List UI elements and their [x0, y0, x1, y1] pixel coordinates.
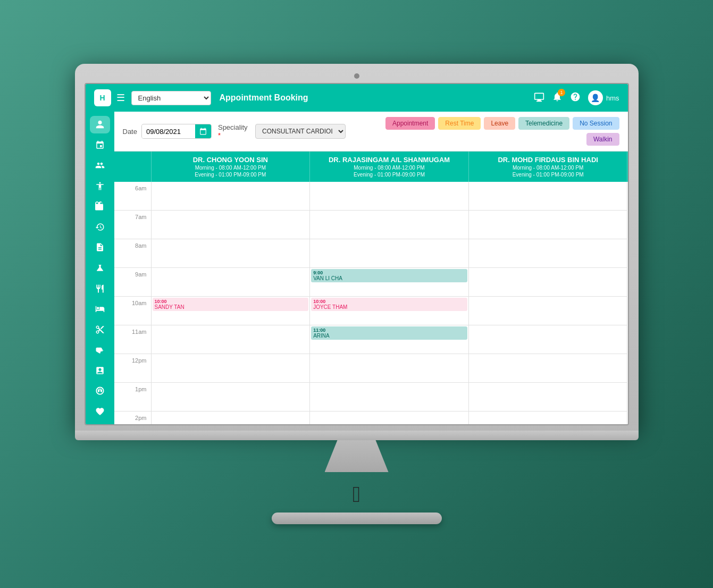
toolbar: Date Speciality * [114, 112, 628, 152]
hamburger-menu[interactable]: ☰ [116, 92, 125, 104]
time-label-7am: 7am [114, 211, 152, 239]
time-cell-2-0[interactable] [152, 239, 311, 268]
legend-walkin: Walkin [586, 133, 619, 146]
notification-icon[interactable]: 1 [552, 91, 563, 105]
speciality-select[interactable]: CONSULTANT CARDIOLOG GENERAL SURGERY ORT… [255, 124, 346, 139]
page-title: Appointment Booking [220, 93, 534, 103]
time-grid: 6am7am8am9am9:00VAN LI CHA10am10:00SANDY… [114, 182, 628, 424]
sidebar-item-surgery[interactable] [90, 321, 110, 338]
time-cell-1-1[interactable] [310, 211, 469, 239]
monitor-neck [325, 440, 389, 472]
time-cell-7-2[interactable] [469, 383, 628, 411]
time-cell-6-1[interactable] [310, 354, 469, 383]
time-cell-3-2[interactable] [469, 268, 628, 297]
time-cell-1-0[interactable] [152, 211, 311, 239]
avatar: 👤 [588, 90, 603, 105]
date-input[interactable] [142, 125, 195, 138]
time-cell-5-1[interactable]: 11:00ARINA [310, 325, 469, 354]
username: hms [606, 94, 619, 102]
calendar-button[interactable] [195, 124, 211, 138]
sidebar-item-accessibility[interactable] [90, 178, 110, 195]
time-cell-5-0[interactable] [152, 325, 311, 354]
sidebar-item-profile[interactable] [90, 116, 110, 133]
time-cell-3-0[interactable] [152, 268, 311, 297]
sidebar-item-tests[interactable] [90, 362, 110, 379]
appointment-block[interactable]: 9:00VAN LI CHA [311, 269, 467, 282]
user-menu[interactable]: 👤 hms [588, 90, 619, 105]
time-cell-7-1[interactable] [310, 383, 469, 411]
main-content: Date Speciality * [114, 112, 628, 424]
appointment-block[interactable]: 11:00ARINA [311, 326, 467, 340]
time-cell-6-0[interactable] [152, 354, 311, 383]
doctors-header: DR. CHONG YOON SIN Morning - 08:00 AM-12… [114, 152, 628, 182]
help-icon[interactable] [570, 91, 581, 105]
monitor-screen: H ☰ English Appointment Booking 1 [85, 83, 629, 425]
legend: Appointment Rest Time Leave Telemedicine… [352, 117, 619, 146]
time-cell-0-0[interactable] [152, 182, 311, 211]
time-label-12pm: 12pm [114, 354, 152, 383]
time-cell-8-0[interactable] [152, 411, 311, 424]
time-cell-8-2[interactable] [469, 411, 628, 424]
sidebar-item-food[interactable] [90, 280, 110, 297]
sidebar-item-emergency[interactable] [90, 341, 110, 359]
sidebar-item-staff[interactable] [90, 157, 110, 174]
header-icons: 1 👤 hms [534, 90, 619, 105]
speciality-group: Speciality * CONSULTANT CARDIOLOG GENERA… [218, 123, 346, 139]
time-label-9am: 9am [114, 268, 152, 297]
doctor-header-1: DR. RAJASINGAM A/L SHANMUGAM Morning - 0… [310, 152, 469, 182]
time-label-1pm: 1pm [114, 383, 152, 411]
time-cell-4-1[interactable]: 10:00JOYCE THAM [310, 297, 469, 325]
legend-nosession: No Session [573, 117, 619, 130]
time-cell-4-2[interactable] [469, 297, 628, 325]
time-cell-7-0[interactable] [152, 383, 311, 411]
sidebar-item-lab[interactable] [90, 259, 110, 277]
date-group: Date [123, 124, 212, 139]
time-cell-0-1[interactable] [310, 182, 469, 211]
appointment-block[interactable]: 10:00JOYCE THAM [311, 298, 467, 311]
time-label-8am: 8am [114, 239, 152, 268]
language-select[interactable]: English [131, 91, 211, 105]
time-cell-4-0[interactable]: 10:00SANDY TAN [152, 297, 311, 325]
time-label-10am: 10am [114, 297, 152, 325]
sidebar-item-cardiology[interactable] [90, 402, 110, 420]
notification-badge: 1 [558, 89, 565, 96]
apple-logo:  [353, 482, 360, 507]
time-label-6am: 6am [114, 182, 152, 211]
calendar: DR. CHONG YOON SIN Morning - 08:00 AM-12… [114, 152, 628, 424]
date-label: Date [123, 128, 137, 136]
date-input-wrap [141, 124, 212, 139]
appointment-block[interactable]: 10:00SANDY TAN [153, 298, 309, 311]
body-layout: Date Speciality * [86, 112, 628, 424]
sidebar-item-history[interactable] [90, 219, 110, 236]
header: H ☰ English Appointment Booking 1 [86, 84, 628, 112]
app: H ☰ English Appointment Booking 1 [86, 84, 628, 424]
monitor-chin [75, 431, 639, 440]
monitor-icon[interactable] [534, 91, 544, 105]
monitor-camera [354, 73, 359, 79]
time-cell-2-1[interactable] [310, 239, 469, 268]
sidebar-item-beds[interactable] [90, 300, 110, 318]
time-cell-3-1[interactable]: 9:00VAN LI CHA [310, 268, 469, 297]
legend-appointment: Appointment [385, 117, 435, 130]
time-cell-5-2[interactable] [469, 325, 628, 354]
time-cell-2-2[interactable] [469, 239, 628, 268]
time-cell-0-2[interactable] [469, 182, 628, 211]
time-header-cell [114, 152, 152, 182]
sidebar-item-reports[interactable] [90, 239, 110, 256]
legend-rest: Rest Time [438, 117, 481, 130]
doctor-header-2: DR. MOHD FIRDAUS BIN HADI Morning - 08:0… [469, 152, 628, 182]
time-cell-1-2[interactable] [469, 211, 628, 239]
monitor-base [272, 513, 442, 524]
speciality-label: Speciality * [218, 123, 251, 139]
sidebar-item-pharmacy[interactable] [90, 198, 110, 215]
sidebar [86, 112, 114, 424]
legend-telemedicine: Telemedicine [518, 117, 569, 130]
sidebar-item-chemistry[interactable] [90, 382, 110, 400]
time-cell-6-2[interactable] [469, 354, 628, 383]
sidebar-item-appointments[interactable] [90, 137, 110, 154]
time-label-11am: 11am [114, 325, 152, 354]
doctor-header-0: DR. CHONG YOON SIN Morning - 08:00 AM-12… [152, 152, 311, 182]
time-cell-8-1[interactable] [310, 411, 469, 424]
time-label-2pm: 2pm [114, 411, 152, 424]
legend-leave: Leave [484, 117, 515, 130]
